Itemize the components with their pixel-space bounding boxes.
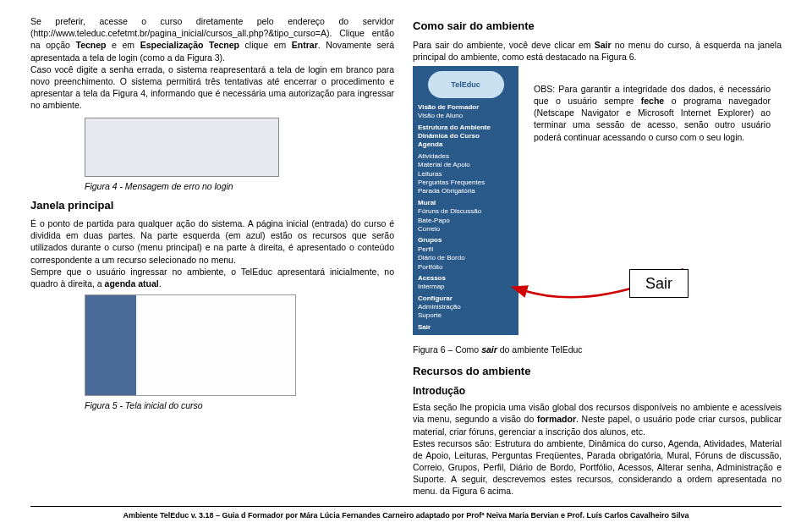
left-column: Se preferir, acesse o curso diretamente … xyxy=(30,15,394,498)
menu-item: Leituras xyxy=(414,170,517,179)
menu-panel-figure-6: TelEduc Visão de FormadorVisão de AlunoE… xyxy=(413,66,518,335)
txt: clique em xyxy=(239,40,292,50)
para-janela-2: Sempre que o usuário ingressar no ambien… xyxy=(30,266,394,289)
heading-introducao: Introdução xyxy=(413,384,782,398)
bold-tecnep: Tecnep xyxy=(76,40,107,50)
para-senha-errada: Caso você digite a senha errada, o siste… xyxy=(30,63,394,112)
bold-feche: feche xyxy=(641,96,664,106)
menu-item: Perguntas Frequentes xyxy=(414,179,517,187)
menu-item: Sair xyxy=(414,323,517,332)
bold-sair: Sair xyxy=(595,40,612,50)
figure-6-caption: Figura 6 – Como sair do ambiente TelEduc xyxy=(413,344,782,355)
figure-4-image xyxy=(85,118,279,177)
menu-item: Visão de Aluno xyxy=(414,112,517,120)
menu-item: Bate-Papo xyxy=(414,217,517,225)
para-como-sair: Para sair do ambiente, você deve clicar … xyxy=(413,39,782,63)
menu-item: Material de Apoio xyxy=(414,161,517,169)
menu-item: Intermap xyxy=(414,283,517,291)
para-preferir: Se preferir, acesse o curso diretamente … xyxy=(30,15,394,63)
bold-formador: formador xyxy=(537,414,576,424)
menu-item: Mural xyxy=(414,199,517,207)
menu-item: Perfil xyxy=(414,245,517,254)
txt: Figura 6 – Como xyxy=(413,344,481,355)
para-obs: OBS: Para garantir a integridade dos dad… xyxy=(534,83,771,143)
teleduc-logo: TelEduc xyxy=(428,71,504,98)
menu-item: Visão de Formador xyxy=(414,103,517,112)
heading-recursos: Recursos do ambiente xyxy=(413,364,782,379)
footer-divider xyxy=(30,506,782,507)
para-janela-1: É o ponto de partida para qualquer ação … xyxy=(30,217,394,266)
menu-item: Configurar xyxy=(414,294,517,303)
txt: Para sair do ambiente, você deve clicar … xyxy=(413,40,595,50)
menu-item: Grupos xyxy=(414,236,517,245)
menu-item: Fóruns de Discussão xyxy=(414,207,517,216)
menu-item: Parada Obrigatória xyxy=(414,187,517,195)
heading-janela-principal: Janela principal xyxy=(30,198,394,213)
menu-item: Correio xyxy=(414,225,517,234)
para-intro-2: Estes recursos são: Estrutura do ambient… xyxy=(413,437,782,498)
menu-item: Agenda xyxy=(414,140,517,149)
txt: do ambiente TelEduc xyxy=(497,344,583,355)
right-column: Como sair do ambiente Para sair do ambie… xyxy=(413,15,782,498)
bold-entrar: Entrar xyxy=(292,40,318,50)
sair-callout-box: Sair xyxy=(629,269,689,298)
heading-como-sair: Como sair do ambiente xyxy=(413,19,782,34)
menu-item: Estrutura do Ambiente xyxy=(414,124,517,132)
menu-item: Suporte xyxy=(414,311,517,320)
bold-sair-cap: sair xyxy=(481,344,497,355)
menu-item: Acessos xyxy=(414,274,517,283)
figure-5-caption: Figura 5 - Tela inicial do curso xyxy=(85,399,394,411)
menu-item: Dinâmica do Curso xyxy=(414,132,517,140)
txt: e em xyxy=(106,40,140,50)
figure-5-image xyxy=(85,294,296,396)
txt: . xyxy=(159,278,162,289)
figure-4-caption: Figura 4 - Mensagem de erro no login xyxy=(85,180,394,192)
menu-item: Portfólio xyxy=(414,263,517,272)
footer-text: Ambiente TelEduc v. 3.18 – Guia d Formad… xyxy=(30,510,782,520)
bold-esp-tecnep: Especialização Tecnep xyxy=(140,40,239,50)
bold-agenda: agenda atual xyxy=(105,278,159,289)
menu-item: Administração xyxy=(414,303,517,311)
txt: Sempre que o usuário ingressar no ambien… xyxy=(30,267,394,289)
menu-item: Diário de Bordo xyxy=(414,254,517,262)
menu-item: Atividades xyxy=(414,152,517,161)
para-intro-1: Esta seção lhe propicia uma visão global… xyxy=(413,401,782,437)
